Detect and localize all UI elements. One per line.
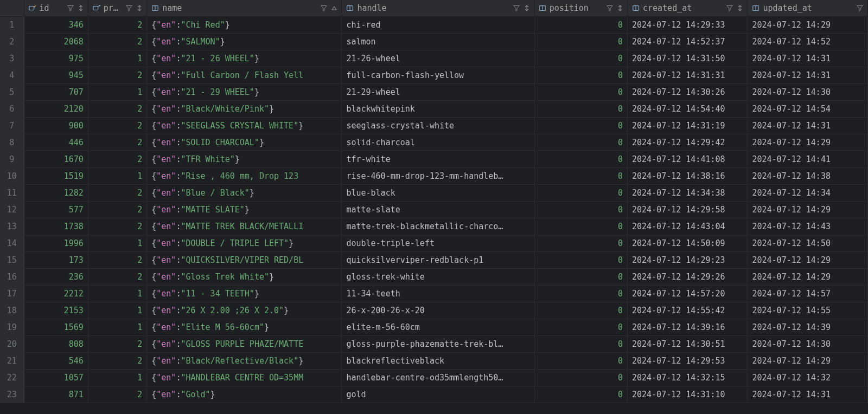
- cell-name[interactable]: {"en": "Black/White/Pink"}: [147, 101, 342, 117]
- cell-created-at[interactable]: 2024-07-12 14:39:16: [628, 319, 748, 335]
- cell-updated-at[interactable]: 2024-07-12 14:50: [748, 235, 868, 251]
- cell-position[interactable]: 0: [534, 235, 628, 251]
- cell-created-at[interactable]: 2024-07-12 14:29:23: [628, 252, 748, 268]
- cell-updated-at[interactable]: 2024-07-12 14:30: [748, 84, 868, 100]
- cell-position[interactable]: 0: [534, 50, 628, 67]
- cell-position[interactable]: 0: [534, 84, 628, 100]
- cell-handle[interactable]: chi-red: [342, 17, 534, 33]
- table-row[interactable]: 621202{"en": "Black/White/Pink"}blackwhi…: [0, 101, 868, 118]
- cell-name[interactable]: {"en": "MATTE SLATE"}: [147, 202, 342, 218]
- sort-icon[interactable]: [78, 5, 84, 11]
- cell-created-at[interactable]: 2024-07-12 14:38:16: [628, 168, 748, 184]
- table-row[interactable]: 39751{"en": "21 - 26 WHEEL"}21-26-wheel0…: [0, 50, 868, 67]
- cell-product-option-id[interactable]: 2: [88, 252, 147, 268]
- cell-position[interactable]: 0: [534, 319, 628, 335]
- cell-id[interactable]: 2068: [24, 34, 88, 50]
- cell-name[interactable]: {"en": "SEEGLASS CRYSTAL WHITE"}: [147, 118, 342, 134]
- cell-position[interactable]: 0: [534, 386, 628, 403]
- sort-icon[interactable]: [524, 5, 529, 11]
- table-row[interactable]: 2210571{"en": "HANDLEBAR CENTRE OD=35MMh…: [0, 370, 868, 386]
- cell-position[interactable]: 0: [534, 353, 628, 369]
- table-row[interactable]: 1317382{"en": "MATTE TREK BLACK/METALLIm…: [0, 218, 868, 235]
- cell-updated-at[interactable]: 2024-07-12 14:43: [748, 218, 868, 235]
- table-row[interactable]: 238712{"en": "Gold"}gold02024-07-12 14:3…: [0, 386, 868, 403]
- cell-updated-at[interactable]: 2024-07-12 14:31: [748, 386, 868, 403]
- table-row[interactable]: 79002{"en": "SEEGLASS CRYSTAL WHITE"}see…: [0, 118, 868, 134]
- cell-name[interactable]: {"en": "QUICKSILVER/VIPER RED/BL: [147, 252, 342, 268]
- cell-updated-at[interactable]: 2024-07-12 14:29: [748, 202, 868, 218]
- cell-name[interactable]: {"en": "MATTE TREK BLACK/METALLI: [147, 218, 342, 235]
- cell-updated-at[interactable]: 2024-07-12 14:39: [748, 319, 868, 335]
- filter-icon[interactable]: [857, 5, 863, 11]
- cell-product-option-id[interactable]: 1: [88, 319, 147, 335]
- cell-handle[interactable]: quicksilverviper-redblack-p1: [342, 252, 534, 268]
- cell-created-at[interactable]: 2024-07-12 14:32:15: [628, 370, 748, 386]
- cell-id[interactable]: 446: [24, 134, 88, 151]
- column-header-updated-at[interactable]: updated_at: [748, 0, 868, 16]
- table-row[interactable]: 49452{"en": "Full Carbon / Flash Yellful…: [0, 67, 868, 84]
- cell-product-option-id[interactable]: 2: [88, 202, 147, 218]
- cell-created-at[interactable]: 2024-07-12 14:29:53: [628, 353, 748, 369]
- cell-position[interactable]: 0: [534, 17, 628, 33]
- table-row[interactable]: 57071{"en": "21 - 29 WHEEL"}21-29-wheel0…: [0, 84, 868, 101]
- cell-id[interactable]: 577: [24, 202, 88, 218]
- sort-icon[interactable]: [617, 5, 623, 11]
- sort-icon[interactable]: [137, 5, 142, 11]
- cell-product-option-id[interactable]: 2: [88, 34, 147, 50]
- table-row[interactable]: 151732{"en": "QUICKSILVER/VIPER RED/BLqu…: [0, 252, 868, 269]
- filter-icon[interactable]: [513, 5, 520, 11]
- cell-created-at[interactable]: 2024-07-12 14:50:09: [628, 235, 748, 251]
- cell-handle[interactable]: blue-black: [342, 185, 534, 201]
- cell-id[interactable]: 546: [24, 353, 88, 369]
- cell-created-at[interactable]: 2024-07-12 14:55:42: [628, 302, 748, 319]
- cell-name[interactable]: {"en": "Full Carbon / Flash Yell: [147, 67, 342, 83]
- cell-id[interactable]: 2120: [24, 101, 88, 117]
- cell-updated-at[interactable]: 2024-07-12 14:54: [748, 101, 868, 117]
- cell-created-at[interactable]: 2024-07-12 14:43:04: [628, 218, 748, 235]
- cell-updated-at[interactable]: 2024-07-12 14:41: [748, 151, 868, 167]
- cell-updated-at[interactable]: 2024-07-12 14:29: [748, 252, 868, 268]
- cell-position[interactable]: 0: [534, 118, 628, 134]
- cell-name[interactable]: {"en": "Elite M 56-60cm"}: [147, 319, 342, 335]
- cell-updated-at[interactable]: 2024-07-12 14:30: [748, 336, 868, 352]
- cell-position[interactable]: 0: [534, 185, 628, 201]
- cell-product-option-id[interactable]: 1: [88, 84, 147, 100]
- column-header-created-at[interactable]: created_at: [628, 0, 748, 16]
- cell-position[interactable]: 0: [534, 168, 628, 184]
- cell-updated-at[interactable]: 2024-07-12 14:29: [748, 134, 868, 151]
- cell-updated-at[interactable]: 2024-07-12 14:31: [748, 67, 868, 83]
- cell-updated-at[interactable]: 2024-07-12 14:32: [748, 370, 868, 386]
- cell-product-option-id[interactable]: 1: [88, 235, 147, 251]
- table-row[interactable]: 1015191{"en": "Rise , 460 mm, Drop 123ri…: [0, 168, 868, 185]
- cell-name[interactable]: {"en": "Blue / Black"}: [147, 185, 342, 201]
- cell-handle[interactable]: 11-34-teeth: [342, 286, 534, 302]
- table-row[interactable]: 1419961{"en": "DOUBLE / TRIPLE LEFT"}dou…: [0, 235, 868, 252]
- cell-id[interactable]: 1282: [24, 185, 88, 201]
- cell-handle[interactable]: gloss-trek-white: [342, 269, 534, 285]
- cell-name[interactable]: {"en": "11 - 34 TEETH"}: [147, 286, 342, 302]
- cell-updated-at[interactable]: 2024-07-12 14:55: [748, 302, 868, 319]
- table-row[interactable]: 162362{"en": "Gloss Trek White"}gloss-tr…: [0, 269, 868, 286]
- column-header-product[interactable]: pr…: [88, 0, 147, 16]
- cell-position[interactable]: 0: [534, 302, 628, 319]
- cell-id[interactable]: 1738: [24, 218, 88, 235]
- column-header-position[interactable]: position: [534, 0, 628, 16]
- cell-position[interactable]: 0: [534, 151, 628, 167]
- cell-created-at[interactable]: 2024-07-12 14:31:19: [628, 118, 748, 134]
- cell-name[interactable]: {"en": "21 - 26 WHEEL"}: [147, 50, 342, 67]
- cell-id[interactable]: 975: [24, 50, 88, 67]
- cell-position[interactable]: 0: [534, 218, 628, 235]
- cell-position[interactable]: 0: [534, 202, 628, 218]
- cell-created-at[interactable]: 2024-07-12 14:30:26: [628, 84, 748, 100]
- cell-product-option-id[interactable]: 2: [88, 101, 147, 117]
- cell-created-at[interactable]: 2024-07-12 14:31:10: [628, 386, 748, 403]
- cell-handle[interactable]: 26-x-200-26-x-20: [342, 302, 534, 319]
- cell-handle[interactable]: matte-slate: [342, 202, 534, 218]
- table-row[interactable]: 125772{"en": "MATTE SLATE"}matte-slate02…: [0, 202, 868, 218]
- cell-updated-at[interactable]: 2024-07-12 14:29: [748, 17, 868, 33]
- cell-updated-at[interactable]: 2024-07-12 14:38: [748, 168, 868, 184]
- cell-updated-at[interactable]: 2024-07-12 14:31: [748, 50, 868, 67]
- cell-product-option-id[interactable]: 1: [88, 370, 147, 386]
- cell-updated-at[interactable]: 2024-07-12 14:31: [748, 118, 868, 134]
- cell-position[interactable]: 0: [534, 336, 628, 352]
